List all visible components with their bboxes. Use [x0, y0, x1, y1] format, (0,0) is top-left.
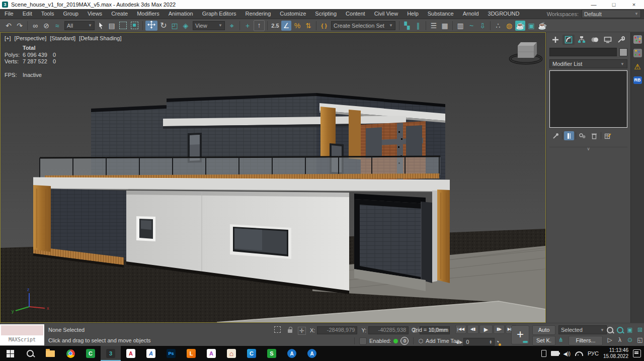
- blue-app-icon-1[interactable]: A: [282, 346, 302, 361]
- go-to-start-button[interactable]: |◀◀: [455, 325, 466, 334]
- toggle-layer-explorer-icon[interactable]: ▦: [440, 21, 450, 31]
- walk-through-icon[interactable]: λ: [615, 335, 625, 345]
- create-selection-set-dropdown[interactable]: Create Selection Set▼: [331, 21, 395, 30]
- show-end-result-icon[interactable]: [564, 131, 574, 140]
- volume-icon[interactable]: ◀)): [564, 351, 571, 356]
- next-frame-button[interactable]: ▮▶: [494, 325, 505, 334]
- object-color-swatch[interactable]: [619, 48, 627, 56]
- warning-icon[interactable]: ⚠: [634, 62, 640, 71]
- shield-icon[interactable]: [359, 337, 367, 345]
- current-frame-field[interactable]: 0 ▲▼: [463, 338, 495, 346]
- set-keys-button[interactable]: +: [511, 325, 529, 344]
- plugin-icon-1[interactable]: [633, 35, 642, 44]
- window-crossing-icon[interactable]: [131, 22, 138, 29]
- selection-region-icon[interactable]: [274, 326, 281, 334]
- angle-snap-toggle-icon[interactable]: ∠: [281, 21, 291, 31]
- enabled-count-badge[interactable]: 0: [400, 337, 409, 345]
- maxscript-input-area[interactable]: [1, 325, 43, 335]
- selection-filter-dropdown[interactable]: All▼: [64, 21, 95, 30]
- make-unique-icon[interactable]: [578, 131, 588, 140]
- select-and-place-icon[interactable]: ◈: [181, 21, 191, 31]
- create-tab-icon[interactable]: [549, 35, 561, 45]
- menu-scripting[interactable]: Scripting: [310, 9, 341, 19]
- snaps-toggle-icon[interactable]: 2.5: [270, 21, 280, 31]
- previous-frame-button[interactable]: ◀▮: [467, 325, 478, 334]
- spinner-snap-toggle-icon[interactable]: ⇅: [303, 21, 313, 31]
- x-coordinate-field[interactable]: -28498,979: [317, 326, 357, 334]
- auto-key-button[interactable]: Auto: [532, 325, 555, 335]
- search-icon[interactable]: [20, 346, 40, 361]
- viewport-menu-renderer[interactable]: [Standard]: [50, 35, 75, 41]
- step-back-icon[interactable]: ◀: [455, 340, 458, 344]
- undo-icon[interactable]: ↶: [4, 21, 14, 31]
- menu-create[interactable]: Create: [107, 9, 132, 19]
- menu-modifiers[interactable]: Modifiers: [132, 9, 164, 19]
- menu-file[interactable]: File: [0, 9, 18, 19]
- redo-icon[interactable]: ↷: [15, 21, 25, 31]
- autocad-icon[interactable]: A: [121, 346, 141, 361]
- zoom-all-icon[interactable]: [615, 325, 625, 335]
- menu-tools[interactable]: Tools: [37, 9, 59, 19]
- menu-substance[interactable]: Substance: [423, 9, 458, 19]
- schematic-view-icon[interactable]: ⇩: [477, 21, 488, 31]
- blue-app-icon-2[interactable]: A: [302, 346, 322, 361]
- restore-button[interactable]: □: [604, 0, 624, 9]
- absolute-offset-toggle-icon[interactable]: ✛: [298, 327, 306, 335]
- green-app-icon[interactable]: S: [262, 346, 282, 361]
- viewport-canvas[interactable]: x y z: [1, 33, 545, 322]
- bind-to-space-warp-icon[interactable]: ≈: [52, 21, 62, 31]
- keyboard-shortcut-override-icon[interactable]: ↑: [254, 20, 265, 31]
- workspace-dropdown[interactable]: Default▼: [582, 10, 641, 18]
- play-button[interactable]: ▶: [479, 325, 493, 334]
- display-tab-icon[interactable]: [602, 35, 614, 45]
- key-filters-icon[interactable]: ⋔: [558, 336, 564, 343]
- edit-named-selection-sets-icon[interactable]: { }: [319, 21, 329, 31]
- hierarchy-tab-icon[interactable]: [576, 35, 588, 45]
- plugin-icon-2[interactable]: [633, 49, 642, 57]
- select-and-move-icon[interactable]: [145, 21, 157, 31]
- render-production-icon[interactable]: ☕: [537, 21, 547, 31]
- perspective-viewport[interactable]: [+] [Perspective] [Standard] [Default Sh…: [0, 32, 546, 323]
- utilities-tab-icon[interactable]: [615, 35, 627, 45]
- y-coordinate-field[interactable]: -40285,938: [368, 326, 409, 334]
- menu-animation[interactable]: Animation: [164, 9, 198, 19]
- home-design-icon[interactable]: ⌂: [221, 346, 242, 361]
- photoshop-icon[interactable]: Ps: [161, 346, 181, 361]
- minimize-button[interactable]: —: [584, 0, 604, 9]
- frame-spin-down-icon[interactable]: ▼: [489, 342, 492, 344]
- pin-stack-icon[interactable]: [550, 131, 560, 140]
- viewport-menu-shading[interactable]: [Default Shading]: [79, 35, 121, 41]
- menu-3dground[interactable]: 3DGROUND: [484, 9, 524, 19]
- set-key-button[interactable]: Set K.: [532, 336, 555, 345]
- rectangular-selection-region-icon[interactable]: [119, 22, 127, 29]
- close-button[interactable]: ×: [624, 0, 644, 9]
- interactive-render-icon[interactable]: ∴: [493, 21, 503, 31]
- start-button[interactable]: [0, 346, 20, 361]
- field-of-view-icon[interactable]: ▷: [605, 335, 615, 345]
- file-explorer-icon[interactable]: [40, 346, 60, 361]
- camtasia-icon[interactable]: C: [80, 346, 101, 361]
- notification-center-icon[interactable]: [633, 349, 641, 357]
- corona-icon[interactable]: C: [242, 346, 262, 361]
- object-name-field[interactable]: [549, 48, 617, 56]
- zoom-icon[interactable]: [605, 325, 615, 335]
- rollout-divider[interactable]: ∨: [549, 147, 627, 150]
- toggle-scene-explorer-icon[interactable]: ☰: [429, 21, 439, 31]
- select-and-manipulate-icon[interactable]: +: [243, 21, 253, 31]
- menu-content[interactable]: Content: [341, 9, 370, 19]
- menu-views[interactable]: Views: [83, 9, 107, 19]
- step-forward-icon[interactable]: ▶: [459, 340, 462, 344]
- lumion-icon[interactable]: L: [181, 346, 201, 361]
- rendered-frame-window-icon[interactable]: ▣: [526, 21, 536, 31]
- remove-modifier-icon[interactable]: [589, 131, 599, 140]
- purple-app-icon[interactable]: A: [201, 346, 221, 361]
- keyboard-language[interactable]: РУС: [588, 350, 599, 356]
- wifi-icon[interactable]: [575, 351, 583, 356]
- zoom-extents-all-icon[interactable]: ⊞: [635, 325, 644, 335]
- toggle-ribbon-icon[interactable]: ▥: [455, 21, 465, 31]
- rb-plugin-icon[interactable]: RB: [633, 76, 642, 84]
- archicad-icon[interactable]: A: [141, 346, 161, 361]
- percent-snap-toggle-icon[interactable]: %: [292, 21, 302, 31]
- filters-button[interactable]: Filters...: [569, 336, 603, 345]
- unlink-selection-icon[interactable]: ⊘: [41, 21, 51, 31]
